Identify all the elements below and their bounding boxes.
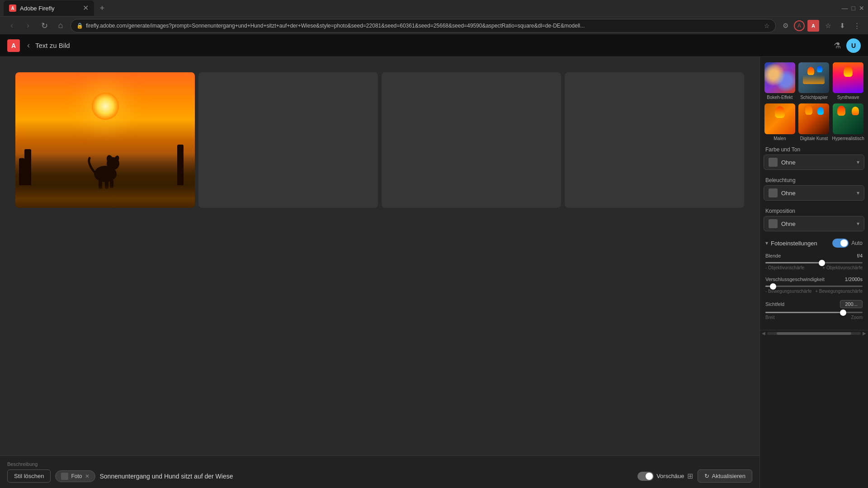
panel-scroll-bar[interactable]: ◀ ▶ xyxy=(760,330,868,336)
style-hyper[interactable]: Hyperrealistisch xyxy=(832,103,864,141)
style-grid-row2: Malen Digitale Kunst Hyperrealistisch xyxy=(760,102,868,143)
sichtfeld-labels: Breit Zoom xyxy=(765,315,863,320)
back-button[interactable]: ‹ xyxy=(27,41,30,50)
home-button[interactable]: ⌂ xyxy=(54,19,67,32)
farbe-chevron: ▾ xyxy=(857,159,859,165)
schicht-thumb xyxy=(798,62,829,93)
style-bokeh[interactable]: Bokeh-Effekt xyxy=(764,62,796,100)
scroll-track[interactable] xyxy=(767,332,861,335)
forward-nav-button[interactable]: › xyxy=(22,19,34,32)
address-bar: ‹ › ↻ ⌂ 🔒 firefly.adobe.com/generate/ima… xyxy=(0,16,868,34)
blende-track[interactable] xyxy=(765,262,863,263)
new-tab-button[interactable]: + xyxy=(96,2,108,14)
star-icon[interactable]: ☆ xyxy=(764,22,770,29)
image-grid xyxy=(0,57,760,455)
profile-icon[interactable]: A xyxy=(794,20,805,31)
flask-icon[interactable]: ⚗ xyxy=(834,41,841,51)
tab-bar: A Adobe Firefly ✕ + — □ ✕ xyxy=(0,0,868,16)
style-clear-button[interactable]: Stil löschen xyxy=(7,469,51,483)
digital-label: Digitale Kunst xyxy=(800,136,828,141)
beleuchtung-dropdown[interactable]: Ohne ▾ xyxy=(764,185,864,201)
fotoeinstellungen-title: Fotoeinstellungen xyxy=(771,240,817,247)
browser-chrome: A Adobe Firefly ✕ + — □ ✕ ‹ › ↻ ⌂ 🔒 fire… xyxy=(0,0,868,34)
main-layout: Beschreibung Stil löschen Foto ✕ Sonnenu… xyxy=(0,57,868,488)
url-text: firefly.adobe.com/generate/images?prompt… xyxy=(86,23,761,29)
blende-labels: - Objektivunschärfe + Objektivunschärfe xyxy=(765,265,863,270)
sichtfeld-track[interactable] xyxy=(765,312,863,313)
blende-label: Blende xyxy=(765,253,781,258)
style-tag[interactable]: Foto ✕ xyxy=(55,470,95,482)
scroll-right-button[interactable]: ▶ xyxy=(863,331,866,336)
scroll-thumb xyxy=(777,332,852,335)
image-slot-1[interactable] xyxy=(15,72,195,208)
blende-left-label: - Objektivunschärfe xyxy=(765,265,804,270)
hyper-thumb xyxy=(833,103,863,134)
foto-auto-toggle[interactable]: Auto xyxy=(832,239,863,248)
sichtfeld-left-label: Breit xyxy=(765,315,775,320)
adobe-ext-icon[interactable]: A xyxy=(807,20,819,32)
menu-icon[interactable]: ⋮ xyxy=(851,20,863,32)
sichtfeld-input[interactable] xyxy=(840,300,863,308)
refresh-button[interactable]: ↻ xyxy=(38,19,51,32)
refresh-icon: ↻ xyxy=(704,473,709,479)
malen-label: Malen xyxy=(774,136,786,141)
style-digital[interactable]: Digitale Kunst xyxy=(798,103,830,141)
blende-thumb[interactable] xyxy=(819,260,825,266)
image-slot-2[interactable] xyxy=(198,72,378,208)
minimize-button[interactable]: — xyxy=(842,5,848,12)
sichtfeld-thumb[interactable] xyxy=(840,310,846,316)
image-slot-3[interactable] xyxy=(382,72,561,208)
komposition-dropdown[interactable]: Ohne ▾ xyxy=(764,216,864,231)
auto-toggle-switch[interactable] xyxy=(832,239,849,248)
extensions-icon[interactable]: ⚙ xyxy=(779,20,791,32)
bookmark-icon[interactable]: ☆ xyxy=(822,20,834,32)
image-slot-4[interactable] xyxy=(565,72,744,208)
style-synth[interactable]: Synthwave xyxy=(832,62,864,100)
prompt-text[interactable]: Sonnenuntergang und Hund sitzt auf der W… xyxy=(100,473,633,480)
farbe-value: Ohne xyxy=(781,159,853,166)
back-nav-button[interactable]: ‹ xyxy=(5,19,18,32)
beleuchtung-chevron: ▾ xyxy=(857,190,859,196)
fotoeinstellungen-section: ▾ Fotoeinstellungen Auto Blende f/4 xyxy=(760,235,868,330)
download-icon[interactable]: ⬇ xyxy=(836,20,848,32)
style-malen[interactable]: Malen xyxy=(764,103,796,141)
vorschau-switch[interactable] xyxy=(637,472,654,481)
url-bar[interactable]: 🔒 firefly.adobe.com/generate/images?prom… xyxy=(71,19,776,33)
malen-thumb xyxy=(764,103,795,134)
blende-header: Blende f/4 xyxy=(765,253,863,258)
style-schicht[interactable]: Schichtpapier xyxy=(798,62,830,100)
tab-favicon: A xyxy=(9,5,16,12)
blende-value: f/4 xyxy=(857,253,863,258)
komposition-chevron: ▾ xyxy=(857,221,859,227)
dog-silhouette xyxy=(85,140,126,190)
active-tab[interactable]: A Adobe Firefly ✕ xyxy=(4,0,94,16)
blende-fill xyxy=(765,262,822,263)
verschluss-label: Verschlussgeschwindigkeit xyxy=(765,277,825,282)
maximize-button[interactable]: □ xyxy=(852,5,855,12)
scroll-left-button[interactable]: ◀ xyxy=(762,331,765,336)
adobe-logo: A xyxy=(7,39,20,52)
farbe-dropdown[interactable]: Ohne ▾ xyxy=(764,155,864,170)
user-avatar[interactable]: U xyxy=(846,38,861,53)
vorschau-label: Vorschäue xyxy=(656,473,684,479)
vorschau-toggle: Vorschäue ⊞ xyxy=(637,472,693,481)
bottom-controls: Vorschäue ⊞ ↻ Aktualisieren xyxy=(637,469,752,483)
blende-right-label: + Objektivunschärfe xyxy=(822,265,863,270)
style-tag-label: Foto xyxy=(71,473,82,479)
verschluss-thumb[interactable] xyxy=(770,283,776,290)
farbe-section-label: Farbe und Ton xyxy=(760,143,868,155)
style-tag-close[interactable]: ✕ xyxy=(85,473,90,479)
verschluss-track[interactable] xyxy=(765,286,863,287)
verschluss-section: Verschlussgeschwindigkeit 1/2000s - Bewe… xyxy=(765,277,863,294)
style-grid-row1: Bokeh-Effekt Schichtpapier Synthwave xyxy=(760,57,868,102)
header-right: ⚗ U xyxy=(834,38,861,53)
schicht-label: Schichtpapier xyxy=(800,95,828,100)
prompt-bar: Beschreibung Stil löschen Foto ✕ Sonnenu… xyxy=(0,455,760,488)
aktualisieren-button[interactable]: ↻ Aktualisieren xyxy=(698,469,752,483)
tab-close-button[interactable]: ✕ xyxy=(83,5,89,12)
sichtfeld-header: Sichtfeld xyxy=(765,300,863,308)
app-header: A ‹ Text zu Bild ⚗ U xyxy=(0,34,868,57)
content-area: Beschreibung Stil löschen Foto ✕ Sonnenu… xyxy=(0,57,760,488)
sichtfeld-fill xyxy=(765,312,843,313)
close-button[interactable]: ✕ xyxy=(859,5,864,12)
